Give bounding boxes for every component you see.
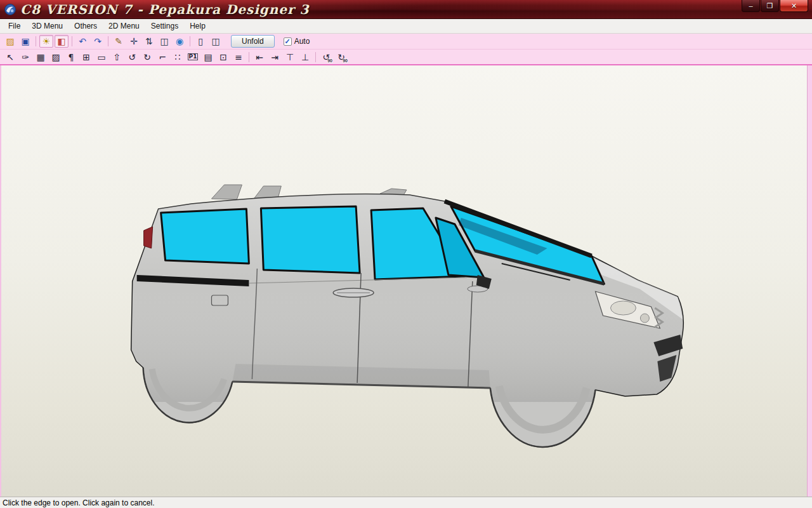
open-file-icon[interactable]: ▨ bbox=[3, 35, 17, 48]
print-icon[interactable]: ≡ bbox=[232, 51, 246, 64]
toolbar-separator bbox=[36, 36, 36, 46]
menu-item-file[interactable]: File bbox=[3, 20, 26, 32]
menu-item-2d-menu[interactable]: 2D Menu bbox=[103, 20, 145, 32]
toolbar-separator bbox=[249, 52, 249, 62]
app-window: C8 VERSION 7 - Pepakura Designer 3 – ❐ ✕… bbox=[0, 0, 812, 508]
align-right-icon-glyph: ⇥ bbox=[271, 53, 278, 62]
app-icon-graphic bbox=[4, 3, 16, 16]
frame-icon[interactable]: ⊡ bbox=[216, 51, 230, 64]
layout-3d-only-icon-glyph: ▯ bbox=[198, 37, 203, 46]
hatch-tool-icon-glyph: ▨ bbox=[51, 53, 60, 62]
menu-item-3d-menu[interactable]: 3D Menu bbox=[26, 20, 69, 32]
select-part-icon[interactable]: ✑ bbox=[18, 51, 32, 64]
align-left-icon[interactable]: ⇤ bbox=[252, 51, 266, 64]
minimize-button[interactable]: – bbox=[742, 0, 760, 12]
fit-view-icon[interactable]: ◫ bbox=[157, 35, 171, 48]
viewport-3d[interactable] bbox=[0, 65, 812, 497]
layout-split-icon[interactable]: ◫ bbox=[209, 35, 223, 48]
rotate-view-icon[interactable]: ⇅ bbox=[142, 35, 156, 48]
toolbar-main-icons: ▨▣☀◧↶↷✎✛⇅◫◉▯◫ bbox=[3, 35, 223, 48]
rotate-90-ccw-icon[interactable]: ↺90 bbox=[319, 51, 333, 64]
undo-icon[interactable]: ↶ bbox=[75, 35, 89, 48]
headlight-bulb bbox=[640, 314, 649, 323]
scatter-parts-icon-glyph: ∷ bbox=[175, 53, 181, 62]
flap-tool-icon[interactable]: ¶ bbox=[64, 51, 78, 64]
undo-icon-glyph: ↶ bbox=[79, 37, 86, 46]
window-title: C8 VERSION 7 - Pepakura Designer 3 bbox=[20, 2, 309, 17]
spin-view-icon[interactable]: ◉ bbox=[173, 35, 187, 48]
arrange-layout-icon-glyph: ▤ bbox=[204, 53, 212, 62]
rotate-left-icon-glyph: ↺ bbox=[128, 53, 136, 62]
stitch-tool-icon-glyph: ▦ bbox=[36, 53, 44, 62]
toolbar-separator bbox=[315, 52, 316, 62]
label-box-icon-glyph: ▭ bbox=[97, 53, 105, 62]
pages-icon-glyph: ⊞ bbox=[82, 53, 90, 62]
hatch-tool-icon[interactable]: ▨ bbox=[49, 51, 63, 64]
crop-area-icon-glyph: ⌐ bbox=[159, 53, 166, 62]
label-box-icon[interactable]: ▭ bbox=[95, 51, 108, 64]
status-text: Click the edge to open. Click again to c… bbox=[3, 498, 154, 507]
align-top-icon[interactable]: ⊤ bbox=[283, 51, 297, 64]
save-file-icon[interactable]: ▣ bbox=[18, 35, 32, 48]
menu-item-help[interactable]: Help bbox=[184, 20, 211, 32]
auto-checkbox[interactable]: ✓ Auto bbox=[284, 37, 310, 46]
flap-tool-icon-glyph: ¶ bbox=[69, 53, 74, 62]
maximize-button[interactable]: ❐ bbox=[761, 0, 779, 12]
layout-3d-only-icon[interactable]: ▯ bbox=[193, 35, 207, 48]
arrange-layout-icon[interactable]: ▤ bbox=[201, 51, 215, 64]
raise-part-icon-glyph: ⇧ bbox=[113, 53, 121, 62]
stitch-tool-icon[interactable]: ▦ bbox=[34, 51, 48, 64]
select-part-icon-glyph: ✑ bbox=[22, 53, 29, 62]
rear-side-window bbox=[161, 209, 249, 264]
status-bar: Click the edge to open. Click again to c… bbox=[0, 497, 812, 508]
rotate-left-icon[interactable]: ↺ bbox=[125, 51, 139, 64]
toolbar-main: ▨▣☀◧↶↷✎✛⇅◫◉▯◫ Unfold ✓ Auto bbox=[0, 34, 812, 50]
title-bar: C8 VERSION 7 - Pepakura Designer 3 – ❐ ✕ bbox=[0, 0, 812, 19]
edit-mode-icon[interactable]: ✎ bbox=[112, 35, 126, 48]
rotate-right-icon[interactable]: ↻ bbox=[140, 51, 154, 64]
scatter-parts-icon[interactable]: ∷ bbox=[171, 51, 185, 64]
align-bottom-icon-glyph: ⊥ bbox=[301, 53, 309, 62]
close-button[interactable]: ✕ bbox=[780, 0, 808, 12]
van-model bbox=[122, 185, 692, 447]
redo-icon[interactable]: ↷ bbox=[91, 35, 105, 48]
save-file-icon-glyph: ▣ bbox=[21, 37, 29, 46]
move-model-icon-glyph: ✛ bbox=[130, 37, 138, 46]
print-icon-glyph: ≡ bbox=[235, 53, 242, 62]
select-edge-icon-glyph: ↖ bbox=[6, 53, 14, 62]
headlight-lens bbox=[610, 301, 636, 315]
menu-item-others[interactable]: Others bbox=[69, 20, 103, 32]
align-bottom-icon[interactable]: ⊥ bbox=[298, 51, 312, 64]
frame-icon-glyph: ⊡ bbox=[219, 53, 227, 62]
select-edge-icon[interactable]: ↖ bbox=[3, 51, 17, 64]
crop-area-icon[interactable]: ⌐ bbox=[155, 51, 169, 64]
toolbar-dock-strip bbox=[807, 65, 812, 497]
model-canvas[interactable] bbox=[1, 65, 812, 497]
align-left-icon-glyph: ⇤ bbox=[256, 53, 263, 62]
spin-view-icon-glyph: ◉ bbox=[176, 37, 183, 46]
redo-icon-glyph: ↷ bbox=[94, 37, 102, 46]
raise-part-icon[interactable]: ⇧ bbox=[110, 51, 124, 64]
page-number-icon[interactable]: P1 bbox=[186, 51, 200, 64]
rotate-90-cw-icon[interactable]: ↻90 bbox=[334, 51, 348, 64]
texture-view-icon[interactable]: ◧ bbox=[55, 35, 69, 48]
toolbar-separator bbox=[108, 36, 108, 46]
middle-side-window bbox=[261, 206, 360, 273]
pages-icon[interactable]: ⊞ bbox=[79, 51, 93, 64]
toolbar-2d: ↖✑▦▨¶⊞▭⇧↺↻⌐∷P1▤⊡≡⇤⇥⊤⊥↺90↻90 bbox=[0, 50, 812, 65]
edit-mode-icon-glyph: ✎ bbox=[115, 37, 122, 46]
rotate-right-icon-glyph: ↻ bbox=[143, 53, 151, 62]
rear-lamp bbox=[144, 227, 153, 248]
align-right-icon[interactable]: ⇥ bbox=[268, 51, 282, 64]
unfold-button[interactable]: Unfold bbox=[231, 35, 275, 48]
roof-rack-1 bbox=[211, 185, 242, 199]
menu-item-settings[interactable]: Settings bbox=[145, 20, 184, 32]
move-model-icon[interactable]: ✛ bbox=[127, 35, 141, 48]
auto-checkbox-box[interactable]: ✓ bbox=[284, 37, 292, 46]
light-toggle-icon[interactable]: ☀ bbox=[39, 35, 53, 48]
toolbar-separator bbox=[72, 36, 72, 46]
align-top-icon-glyph: ⊤ bbox=[286, 53, 294, 62]
window-controls: – ❐ ✕ bbox=[742, 0, 808, 12]
rotate-view-icon-glyph: ⇅ bbox=[145, 37, 153, 46]
rotate-90-ccw-icon-label: 90 bbox=[327, 58, 332, 63]
